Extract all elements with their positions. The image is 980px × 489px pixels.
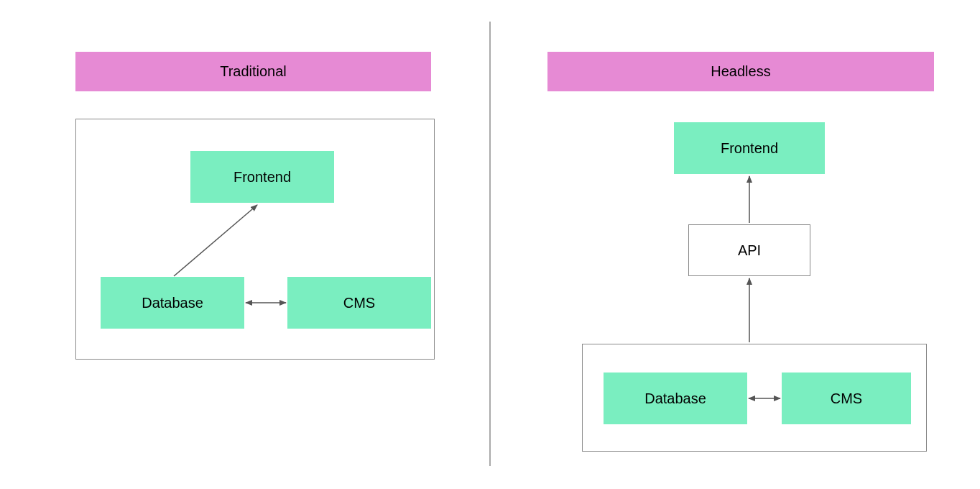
headless-header: Headless	[547, 52, 934, 91]
headless-cms-box: CMS	[782, 373, 911, 424]
headless-cms-label: CMS	[831, 390, 862, 407]
headless-frontend-box: Frontend	[674, 122, 825, 174]
headless-frontend-label: Frontend	[721, 140, 778, 157]
traditional-title: Traditional	[220, 63, 287, 80]
traditional-cms-label: CMS	[343, 295, 375, 311]
traditional-header: Traditional	[75, 52, 431, 91]
traditional-cms-box: CMS	[287, 277, 431, 329]
headless-database-box: Database	[604, 373, 747, 424]
headless-api-label: API	[738, 242, 761, 259]
headless-database-label: Database	[644, 390, 706, 407]
traditional-database-box: Database	[101, 277, 244, 329]
traditional-frontend-label: Frontend	[234, 169, 291, 186]
traditional-frontend-box: Frontend	[190, 151, 334, 203]
headless-api-box: API	[688, 224, 810, 276]
diagram-canvas: Traditional Frontend Database CMS Headle…	[0, 0, 980, 489]
traditional-database-label: Database	[142, 295, 203, 311]
headless-title: Headless	[711, 63, 770, 80]
